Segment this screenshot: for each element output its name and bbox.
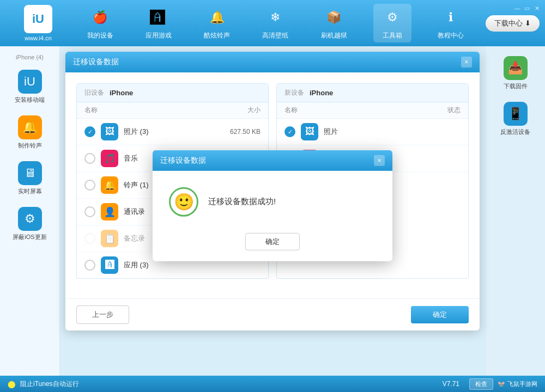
nav-toolbox[interactable]: ⚙ 工具箱 (373, 4, 411, 42)
close-button[interactable]: ✕ (533, 4, 541, 12)
old-device-name: iPhone (110, 89, 133, 97)
new-row-photos: ✓ 🖼 照片 (277, 119, 468, 145)
back-button[interactable]: 上一步 (76, 305, 129, 324)
header: — ▭ ✕ iU www.i4.cn 🍎 我的设备 🅰 应用游戏 🔔 酷炫铃声 … (0, 0, 545, 46)
old-check-photos[interactable]: ✓ (84, 126, 95, 137)
anti-activate-label: 反激活设备 (500, 128, 530, 136)
itunes-icon: ⬤ (8, 380, 16, 388)
success-footer: 确定 (153, 227, 392, 261)
ringtone-label: 制作铃声 (18, 142, 42, 150)
info-icon: ℹ (439, 6, 462, 29)
block-ios-icon: ⚙ (18, 207, 42, 231)
screen-label: 实时屏幕 (18, 187, 42, 195)
nav-tutorial[interactable]: ℹ 教程中心 (432, 6, 470, 40)
anti-activate-icon: 📱 (504, 102, 528, 126)
old-apps-name: 应用 (3) (124, 260, 217, 270)
nav-my-device[interactable]: 🍎 我的设备 (81, 6, 119, 40)
success-dialog: 迁移设备数据 × 🙂 迁移设备数据成功! 确定 (153, 150, 392, 261)
download-center-button[interactable]: 下载中心 ⬇ (486, 15, 540, 32)
new-col-status: 状态 (428, 106, 461, 115)
nav-wallpaper-label: 高清壁纸 (262, 31, 288, 40)
new-col-headers: 名称 状态 (277, 102, 468, 119)
nav-bar: 🍎 我的设备 🅰 应用游戏 🔔 酷炫铃声 ❄ 高清壁纸 📦 刷机越狱 ⚙ 工具箱… (71, 4, 480, 42)
nav-toolbox-label: 工具箱 (383, 31, 402, 40)
confirm-main-button[interactable]: 确定 (411, 306, 469, 323)
nav-jailbreak[interactable]: 📦 刷机越狱 (315, 6, 353, 40)
check-button[interactable]: 检查 (469, 378, 493, 390)
music-icon: 🎵 (101, 150, 118, 167)
logo-icon: iU (32, 12, 44, 26)
download-firmware-label: 下载固件 (504, 82, 528, 90)
block-ios-label: 屏蔽iOS更新 (13, 233, 46, 241)
nav-wallpaper[interactable]: ❄ 高清壁纸 (256, 6, 294, 40)
old-photos-name: 照片 (3) (124, 127, 217, 137)
bell-icon: 🔔 (205, 6, 228, 29)
ringtone-row-icon: 🔔 (101, 176, 118, 194)
ringtone-icon: 🔔 (18, 115, 42, 139)
sidebar-device-label: iPhone (4) (16, 52, 44, 63)
contacts-icon: 👤 (101, 203, 118, 220)
snowflake-icon: ❄ (264, 6, 287, 29)
minimize-button[interactable]: — (513, 4, 521, 12)
content-area: 迁移设备数据 × 旧设备 iPhone (60, 46, 485, 376)
logo-text: 🐭 (498, 381, 505, 388)
old-row-photos: ✓ 🖼 照片 (3) 627.50 KB (77, 119, 268, 145)
appstore-icon: 🅰 (147, 6, 170, 29)
app-logo: iU (24, 5, 52, 33)
gear-icon: ⚙ (381, 6, 404, 29)
success-body: 🙂 迁移设备数据成功! (153, 170, 392, 227)
migrate-dialog-footer: 上一步 确定 (65, 298, 480, 330)
success-title: 迁移设备数据 (160, 155, 206, 165)
nav-jailbreak-label: 刷机越狱 (321, 31, 347, 40)
sidebar-item-anti-activate[interactable]: 📱 反激活设备 (491, 97, 540, 140)
nav-app-game[interactable]: 🅰 应用游戏 (140, 6, 178, 40)
new-check-photos[interactable]: ✓ (284, 126, 295, 137)
logo-site-name: 飞鼠手游网 (507, 380, 537, 388)
success-titlebar: 迁移设备数据 × (153, 150, 392, 170)
notes-icon: 📋 (101, 230, 118, 247)
old-col-size: 大小 (217, 106, 261, 115)
success-message: 迁移设备数据成功! (208, 197, 276, 207)
install-app-icon: iU (18, 70, 42, 94)
old-check-apps[interactable] (84, 260, 95, 271)
old-col-headers: 名称 大小 (77, 102, 268, 119)
new-device-name: iPhone (310, 89, 333, 97)
sidebar-item-screen[interactable]: 🖥 实时屏幕 (5, 157, 55, 200)
bottom-bar: ⬤ 阻止iTunes自动运行 V7.71 检查 🐭 飞鼠手游网 (0, 376, 545, 392)
nav-my-device-label: 我的设备 (87, 31, 113, 40)
app-url: www.i4.cn (25, 35, 52, 41)
smiley-icon: 🙂 (169, 187, 198, 216)
sidebar-item-block-ios[interactable]: ⚙ 屏蔽iOS更新 (5, 203, 55, 246)
apple-icon: 🍎 (89, 6, 112, 29)
old-check-music[interactable] (84, 153, 95, 164)
itunes-label: 阻止iTunes自动运行 (20, 379, 438, 389)
sidebar-item-install-app[interactable]: iU 安装移动端 (5, 65, 55, 108)
download-icon: ⬇ (525, 19, 531, 27)
nav-tutorial-label: 教程中心 (438, 31, 464, 40)
box-icon: 📦 (323, 6, 346, 29)
nav-ringtone-label: 酷炫铃声 (204, 31, 230, 40)
nav-ringtone[interactable]: 🔔 酷炫铃声 (198, 6, 236, 40)
old-check-ringtone[interactable] (84, 180, 95, 191)
old-photos-size: 627.50 KB (217, 128, 261, 136)
old-check-notes (84, 233, 95, 244)
ok-button[interactable]: 确定 (245, 232, 300, 250)
sidebar-item-download-firmware[interactable]: 📥 下载固件 (491, 52, 540, 95)
migrate-dialog-titlebar: 迁移设备数据 × (65, 52, 480, 72)
apps-icon: 🅰 (101, 256, 118, 274)
sidebar-item-ringtone[interactable]: 🔔 制作铃声 (5, 111, 55, 154)
success-close-button[interactable]: × (374, 155, 385, 166)
old-col-name: 名称 (84, 106, 217, 115)
svg-text:🅰: 🅰 (150, 9, 165, 26)
screen-icon: 🖥 (18, 161, 42, 185)
migrate-dialog-close[interactable]: × (461, 57, 472, 68)
main-area: iPhone (4) iU 安装移动端 🔔 制作铃声 🖥 实时屏幕 ⚙ 屏蔽iO… (0, 46, 545, 376)
photos-icon: 🖼 (101, 123, 118, 140)
new-photos-icon: 🖼 (301, 123, 318, 140)
migrate-dialog-title: 迁移设备数据 (73, 57, 119, 67)
restore-button[interactable]: ▭ (523, 4, 531, 12)
logo-area: iU www.i4.cn (5, 5, 71, 41)
download-firmware-icon: 📥 (504, 56, 528, 80)
new-device-label: 新设备 (284, 88, 304, 97)
old-check-contacts[interactable] (84, 206, 95, 217)
